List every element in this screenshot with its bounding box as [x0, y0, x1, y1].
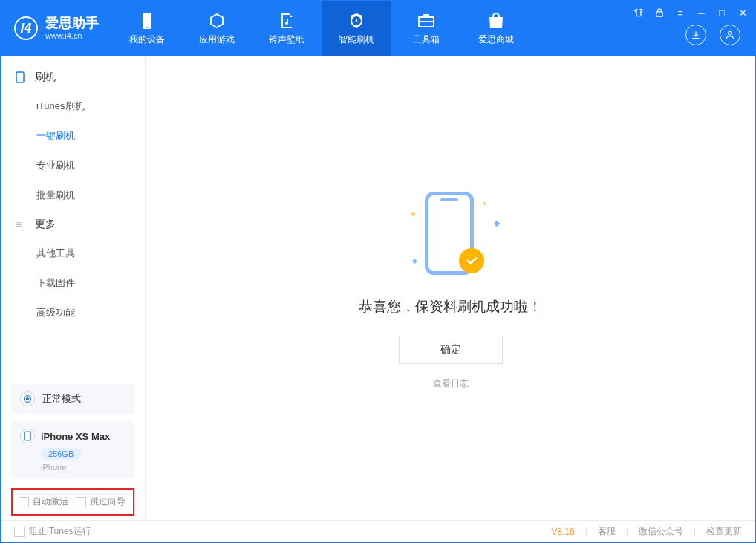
sidebar-item-onekey-flash[interactable]: 一键刷机	[1, 121, 145, 151]
device-type: iPhone	[41, 463, 126, 472]
window-controls: ≡ ─ □ ✕	[632, 5, 749, 20]
checkbox-block-itunes[interactable]: 阻止iTunes运行	[14, 525, 91, 538]
music-file-icon	[278, 11, 295, 30]
titlebar-right: ≡ ─ □ ✕	[626, 1, 755, 56]
close-button[interactable]: ✕	[736, 7, 749, 19]
success-panel: 恭喜您，保资料刷机成功啦！ 确定 查看日志	[359, 186, 542, 390]
sidebar-group-flash: 刷机	[1, 63, 145, 91]
app-site: www.i4.cn	[45, 31, 99, 40]
device-card[interactable]: iPhone XS Max 256GB iPhone	[11, 421, 134, 479]
ok-button[interactable]: 确定	[399, 336, 503, 364]
body: 刷机 iTunes刷机 一键刷机 专业刷机 批量刷机 ≡ 更多 其他工具 下载固…	[1, 56, 755, 520]
svg-point-3	[729, 31, 732, 35]
customer-service-link[interactable]: 客服	[598, 525, 616, 538]
sidebar-item-itunes-flash[interactable]: iTunes刷机	[1, 91, 145, 121]
wechat-link[interactable]: 微信公众号	[639, 525, 683, 538]
menu-icon[interactable]: ≡	[674, 7, 687, 19]
sidebar-item-other-tools[interactable]: 其他工具	[1, 238, 145, 268]
svg-rect-7	[25, 432, 30, 440]
titlebar: i4 爱思助手 www.i4.cn 我的设备 应用游戏 铃声壁纸 智能刷机	[1, 1, 755, 56]
phone-icon	[141, 11, 153, 30]
tshirt-icon[interactable]	[632, 7, 645, 18]
svg-rect-1	[146, 27, 149, 28]
success-illustration	[395, 186, 506, 282]
download-icon[interactable]	[685, 25, 706, 45]
check-update-link[interactable]: 检查更新	[706, 525, 742, 538]
app-window: i4 爱思助手 www.i4.cn 我的设备 应用游戏 铃声壁纸 智能刷机	[0, 0, 756, 543]
main-content: 恭喜您，保资料刷机成功啦！ 确定 查看日志	[146, 56, 755, 520]
nav-apps-games[interactable]: 应用游戏	[182, 1, 252, 56]
checkbox-icon	[19, 497, 29, 507]
nav-smart-flash[interactable]: 智能刷机	[322, 1, 391, 56]
shield-icon	[348, 11, 365, 30]
list-icon: ≡	[16, 218, 27, 230]
view-log-link[interactable]: 查看日志	[433, 377, 469, 390]
lock-icon[interactable]	[653, 7, 666, 18]
checkbox-icon	[14, 527, 25, 537]
phone-small-icon	[16, 71, 27, 83]
svg-rect-4	[16, 72, 24, 82]
success-message: 恭喜您，保资料刷机成功啦！	[359, 297, 542, 316]
mode-card[interactable]: 正常模式	[11, 384, 134, 414]
svg-rect-2	[656, 12, 662, 16]
sparkle-icon	[493, 221, 499, 227]
nav-toolbox[interactable]: 工具箱	[391, 1, 461, 56]
checkbox-auto-activate[interactable]: 自动激活	[19, 495, 68, 508]
checkbox-skip-guide[interactable]: 跳过向导	[76, 495, 126, 508]
svg-rect-0	[143, 13, 151, 29]
sidebar-item-download-firmware[interactable]: 下载固件	[1, 268, 145, 298]
logo[interactable]: i4 爱思助手 www.i4.cn	[1, 1, 112, 56]
main-nav: 我的设备 应用游戏 铃声壁纸 智能刷机 工具箱 爱思商城	[112, 1, 531, 56]
mode-label: 正常模式	[42, 392, 81, 406]
sparkle-icon	[411, 212, 415, 216]
bag-icon	[488, 11, 504, 30]
briefcase-icon	[417, 11, 436, 30]
options-highlight-box: 自动激活 跳过向导	[11, 488, 134, 516]
sidebar-item-batch-flash[interactable]: 批量刷机	[1, 181, 145, 210]
device-storage-badge: 256GB	[41, 448, 81, 460]
mode-icon	[20, 391, 35, 406]
sidebar-group-more: ≡ 更多	[1, 210, 145, 238]
user-icon[interactable]	[720, 25, 740, 45]
app-name: 爱思助手	[45, 16, 99, 30]
sidebar-item-advanced[interactable]: 高级功能	[1, 298, 145, 328]
sidebar: 刷机 iTunes刷机 一键刷机 专业刷机 批量刷机 ≡ 更多 其他工具 下载固…	[1, 56, 146, 520]
checkbox-icon	[76, 497, 86, 507]
svg-point-6	[27, 398, 29, 400]
minimize-button[interactable]: ─	[694, 7, 708, 19]
maximize-button[interactable]: □	[715, 7, 729, 19]
nav-store[interactable]: 爱思商城	[461, 1, 531, 56]
titlebar-actions	[685, 25, 749, 45]
device-phone-icon	[20, 429, 35, 443]
version-label: V8.16	[551, 527, 574, 537]
statusbar: 阻止iTunes运行 V8.16 | 客服 | 微信公众号 | 检查更新	[1, 520, 755, 542]
sidebar-item-pro-flash[interactable]: 专业刷机	[1, 151, 145, 181]
nav-ringtone-wallpaper[interactable]: 铃声壁纸	[252, 1, 322, 56]
cube-icon	[208, 11, 226, 30]
sparkle-icon	[411, 259, 417, 264]
sparkle-icon	[483, 202, 486, 205]
check-badge-icon	[459, 248, 484, 273]
logo-icon: i4	[14, 16, 38, 40]
device-name: iPhone XS Max	[41, 431, 110, 442]
nav-my-device[interactable]: 我的设备	[112, 1, 182, 56]
